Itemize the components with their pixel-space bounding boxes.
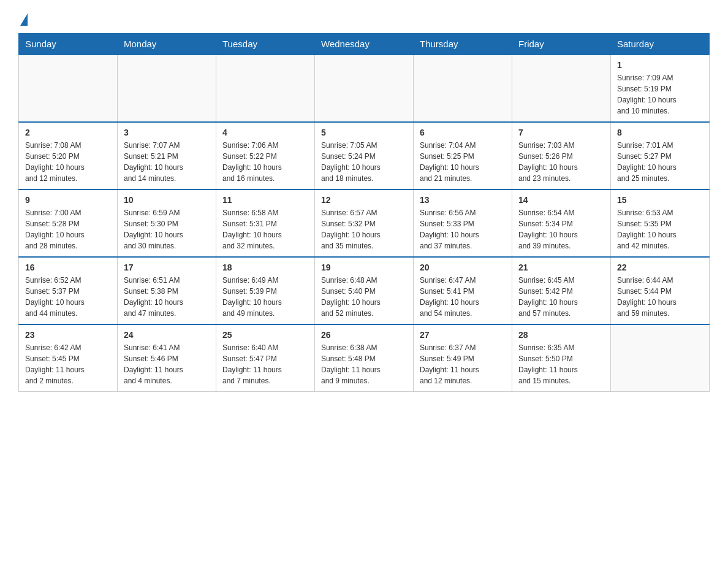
- weekday-header-sunday: Sunday: [19, 34, 118, 55]
- day-info: Sunrise: 7:05 AM Sunset: 5:24 PM Dayligh…: [321, 140, 407, 184]
- day-info: Sunrise: 6:52 AM Sunset: 5:37 PM Dayligh…: [25, 275, 111, 319]
- calendar-cell: [315, 55, 414, 122]
- day-number: 28: [518, 330, 604, 340]
- calendar-cell: 13Sunrise: 6:56 AM Sunset: 5:33 PM Dayli…: [414, 190, 512, 257]
- day-number: 13: [420, 195, 506, 205]
- day-info: Sunrise: 6:45 AM Sunset: 5:42 PM Dayligh…: [518, 275, 604, 319]
- calendar-cell: 9Sunrise: 7:00 AM Sunset: 5:28 PM Daylig…: [19, 190, 118, 257]
- weekday-header-tuesday: Tuesday: [216, 34, 315, 55]
- day-info: Sunrise: 6:59 AM Sunset: 5:30 PM Dayligh…: [124, 207, 210, 251]
- day-number: 26: [321, 330, 407, 340]
- calendar-cell: 18Sunrise: 6:49 AM Sunset: 5:39 PM Dayli…: [216, 257, 315, 324]
- calendar-cell: 16Sunrise: 6:52 AM Sunset: 5:37 PM Dayli…: [19, 257, 118, 324]
- day-info: Sunrise: 6:49 AM Sunset: 5:39 PM Dayligh…: [222, 275, 308, 319]
- day-number: 9: [25, 195, 111, 205]
- day-info: Sunrise: 6:53 AM Sunset: 5:35 PM Dayligh…: [617, 207, 703, 251]
- calendar-cell: 22Sunrise: 6:44 AM Sunset: 5:44 PM Dayli…: [611, 257, 710, 324]
- day-info: Sunrise: 6:37 AM Sunset: 5:49 PM Dayligh…: [420, 342, 506, 386]
- day-info: Sunrise: 6:54 AM Sunset: 5:34 PM Dayligh…: [518, 207, 604, 251]
- day-info: Sunrise: 7:09 AM Sunset: 5:19 PM Dayligh…: [617, 72, 703, 117]
- calendar-week-row: 9Sunrise: 7:00 AM Sunset: 5:28 PM Daylig…: [19, 190, 710, 257]
- day-number: 2: [25, 128, 111, 137]
- calendar-cell: [19, 55, 118, 122]
- day-number: 6: [420, 128, 506, 137]
- day-info: Sunrise: 6:58 AM Sunset: 5:31 PM Dayligh…: [222, 207, 308, 251]
- weekday-header-friday: Friday: [512, 34, 611, 55]
- calendar-cell: 15Sunrise: 6:53 AM Sunset: 5:35 PM Dayli…: [611, 190, 710, 257]
- day-number: 7: [518, 128, 604, 137]
- page-header: [18, 12, 710, 23]
- calendar-cell: 5Sunrise: 7:05 AM Sunset: 5:24 PM Daylig…: [315, 122, 414, 190]
- day-number: 5: [321, 128, 407, 137]
- calendar-header-row: SundayMondayTuesdayWednesdayThursdayFrid…: [19, 34, 710, 55]
- calendar-week-row: 23Sunrise: 6:42 AM Sunset: 5:45 PM Dayli…: [19, 324, 710, 392]
- calendar-cell: 2Sunrise: 7:08 AM Sunset: 5:20 PM Daylig…: [19, 122, 118, 190]
- day-number: 17: [124, 262, 210, 272]
- day-number: 27: [420, 330, 506, 340]
- calendar-cell: [414, 55, 512, 122]
- calendar-cell: 4Sunrise: 7:06 AM Sunset: 5:22 PM Daylig…: [216, 122, 315, 190]
- calendar-cell: 28Sunrise: 6:35 AM Sunset: 5:50 PM Dayli…: [512, 324, 611, 392]
- calendar-cell: 27Sunrise: 6:37 AM Sunset: 5:49 PM Dayli…: [414, 324, 512, 392]
- day-info: Sunrise: 6:56 AM Sunset: 5:33 PM Dayligh…: [420, 207, 506, 251]
- weekday-header-monday: Monday: [118, 34, 216, 55]
- calendar-cell: [611, 324, 710, 392]
- calendar-table: SundayMondayTuesdayWednesdayThursdayFrid…: [18, 33, 710, 392]
- weekday-header-wednesday: Wednesday: [315, 34, 414, 55]
- day-number: 14: [518, 195, 604, 205]
- day-number: 23: [25, 330, 111, 340]
- calendar-cell: 20Sunrise: 6:47 AM Sunset: 5:41 PM Dayli…: [414, 257, 512, 324]
- calendar-week-row: 16Sunrise: 6:52 AM Sunset: 5:37 PM Dayli…: [19, 257, 710, 324]
- day-number: 18: [222, 262, 308, 272]
- calendar-cell: [118, 55, 216, 122]
- calendar-cell: 12Sunrise: 6:57 AM Sunset: 5:32 PM Dayli…: [315, 190, 414, 257]
- day-number: 4: [222, 128, 308, 137]
- logo-triangle-icon: [20, 13, 28, 26]
- day-number: 10: [124, 195, 210, 205]
- day-info: Sunrise: 6:40 AM Sunset: 5:47 PM Dayligh…: [222, 342, 308, 386]
- calendar-cell: 3Sunrise: 7:07 AM Sunset: 5:21 PM Daylig…: [118, 122, 216, 190]
- calendar-cell: 24Sunrise: 6:41 AM Sunset: 5:46 PM Dayli…: [118, 324, 216, 392]
- day-info: Sunrise: 7:01 AM Sunset: 5:27 PM Dayligh…: [617, 140, 703, 184]
- day-info: Sunrise: 6:38 AM Sunset: 5:48 PM Dayligh…: [321, 342, 407, 386]
- calendar-cell: 10Sunrise: 6:59 AM Sunset: 5:30 PM Dayli…: [118, 190, 216, 257]
- day-number: 16: [25, 262, 111, 272]
- day-number: 21: [518, 262, 604, 272]
- day-info: Sunrise: 6:42 AM Sunset: 5:45 PM Dayligh…: [25, 342, 111, 386]
- calendar-cell: 17Sunrise: 6:51 AM Sunset: 5:38 PM Dayli…: [118, 257, 216, 324]
- day-info: Sunrise: 6:47 AM Sunset: 5:41 PM Dayligh…: [420, 275, 506, 319]
- calendar-week-row: 1Sunrise: 7:09 AM Sunset: 5:19 PM Daylig…: [19, 55, 710, 122]
- weekday-header-thursday: Thursday: [414, 34, 512, 55]
- day-info: Sunrise: 6:51 AM Sunset: 5:38 PM Dayligh…: [124, 275, 210, 319]
- calendar-cell: 1Sunrise: 7:09 AM Sunset: 5:19 PM Daylig…: [611, 55, 710, 122]
- calendar-cell: 8Sunrise: 7:01 AM Sunset: 5:27 PM Daylig…: [611, 122, 710, 190]
- day-number: 8: [617, 128, 703, 137]
- day-number: 25: [222, 330, 308, 340]
- day-info: Sunrise: 6:41 AM Sunset: 5:46 PM Dayligh…: [124, 342, 210, 386]
- day-number: 3: [124, 128, 210, 137]
- day-number: 11: [222, 195, 308, 205]
- day-info: Sunrise: 6:48 AM Sunset: 5:40 PM Dayligh…: [321, 275, 407, 319]
- day-info: Sunrise: 7:06 AM Sunset: 5:22 PM Dayligh…: [222, 140, 308, 184]
- day-number: 22: [617, 262, 703, 272]
- calendar-cell: 19Sunrise: 6:48 AM Sunset: 5:40 PM Dayli…: [315, 257, 414, 324]
- day-number: 15: [617, 195, 703, 205]
- day-info: Sunrise: 6:35 AM Sunset: 5:50 PM Dayligh…: [518, 342, 604, 386]
- day-number: 24: [124, 330, 210, 340]
- day-info: Sunrise: 7:04 AM Sunset: 5:25 PM Dayligh…: [420, 140, 506, 184]
- day-info: Sunrise: 6:44 AM Sunset: 5:44 PM Dayligh…: [617, 275, 703, 319]
- day-info: Sunrise: 6:57 AM Sunset: 5:32 PM Dayligh…: [321, 207, 407, 251]
- day-number: 12: [321, 195, 407, 205]
- calendar-cell: 23Sunrise: 6:42 AM Sunset: 5:45 PM Dayli…: [19, 324, 118, 392]
- calendar-cell: [216, 55, 315, 122]
- day-number: 1: [617, 60, 703, 70]
- weekday-header-saturday: Saturday: [611, 34, 710, 55]
- calendar-cell: 7Sunrise: 7:03 AM Sunset: 5:26 PM Daylig…: [512, 122, 611, 190]
- calendar-cell: 21Sunrise: 6:45 AM Sunset: 5:42 PM Dayli…: [512, 257, 611, 324]
- day-info: Sunrise: 7:08 AM Sunset: 5:20 PM Dayligh…: [25, 140, 111, 184]
- day-info: Sunrise: 7:00 AM Sunset: 5:28 PM Dayligh…: [25, 207, 111, 251]
- calendar-cell: 26Sunrise: 6:38 AM Sunset: 5:48 PM Dayli…: [315, 324, 414, 392]
- calendar-cell: 14Sunrise: 6:54 AM Sunset: 5:34 PM Dayli…: [512, 190, 611, 257]
- calendar-week-row: 2Sunrise: 7:08 AM Sunset: 5:20 PM Daylig…: [19, 122, 710, 190]
- day-number: 19: [321, 262, 407, 272]
